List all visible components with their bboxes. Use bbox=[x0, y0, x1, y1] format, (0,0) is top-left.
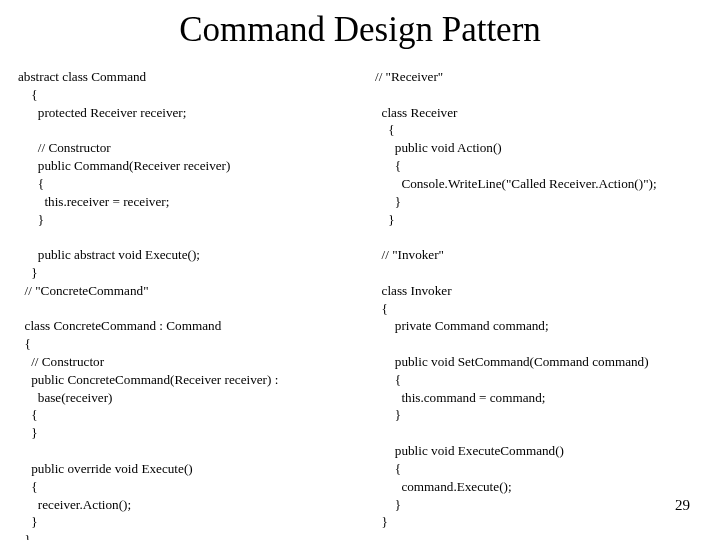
slide-title: Command Design Pattern bbox=[0, 10, 720, 50]
code-left-column: abstract class Command { protected Recei… bbox=[18, 68, 348, 540]
slide: Command Design Pattern abstract class Co… bbox=[0, 0, 720, 540]
page-number: 29 bbox=[675, 497, 690, 514]
code-right-column: // "Receiver" class Receiver { public vo… bbox=[375, 68, 705, 531]
